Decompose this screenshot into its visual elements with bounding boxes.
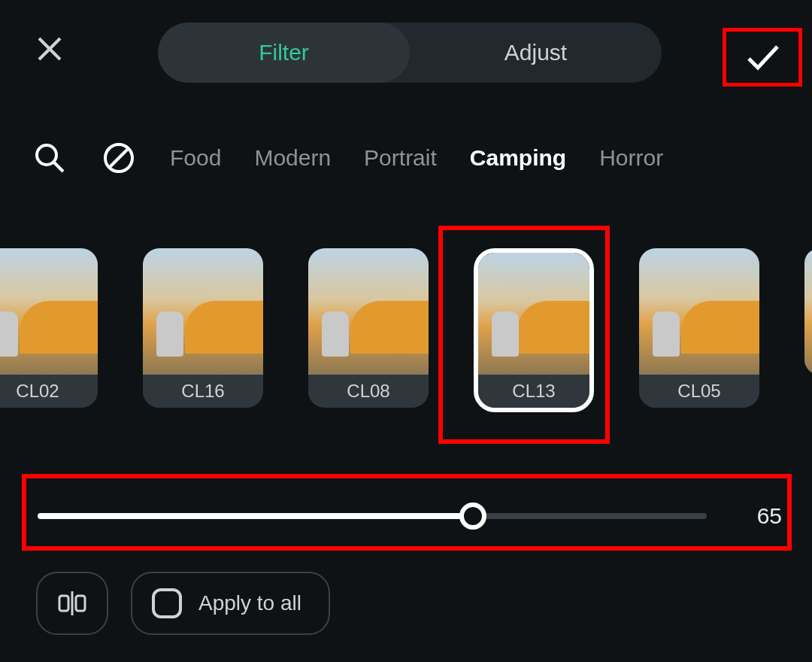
- checkbox-icon: [152, 588, 182, 618]
- filter-label: CL08: [308, 375, 429, 408]
- apply-to-all-label: Apply to all: [198, 591, 301, 615]
- filter-thumbnail-strip[interactable]: CL02 CL16 CL08 CL13 CL05: [0, 248, 812, 421]
- filter-preview-image: [143, 248, 263, 375]
- filter-preview-image: [804, 248, 812, 375]
- filter-thumb[interactable]: CL05: [639, 248, 759, 408]
- filter-preview-image: [0, 248, 98, 375]
- category-modern[interactable]: Modern: [254, 145, 331, 171]
- tab-filter[interactable]: Filter: [158, 23, 410, 83]
- filter-category-row: Food Modern Portrait Camping Horror: [0, 135, 812, 181]
- filter-label: CL05: [639, 375, 759, 408]
- filter-thumb[interactable]: CL16: [143, 248, 263, 408]
- search-button[interactable]: [32, 140, 68, 176]
- tab-adjust[interactable]: Adjust: [410, 23, 662, 83]
- close-button[interactable]: [30, 29, 69, 68]
- no-filter-icon: [102, 141, 135, 175]
- close-icon: [35, 34, 65, 64]
- filter-label: CL02: [0, 375, 98, 408]
- filter-label: CL16: [143, 375, 263, 408]
- svg-line-5: [110, 149, 128, 167]
- search-icon: [33, 141, 66, 175]
- filter-thumb[interactable]: [804, 248, 812, 375]
- mode-segmented-control: Filter Adjust: [158, 23, 662, 83]
- category-horror[interactable]: Horror: [599, 145, 663, 171]
- check-icon: [741, 36, 783, 78]
- confirm-button[interactable]: [725, 30, 800, 84]
- svg-line-3: [54, 162, 63, 172]
- svg-rect-6: [59, 596, 68, 611]
- apply-to-all-button[interactable]: Apply to all: [131, 572, 330, 635]
- bottom-actions: Apply to all: [36, 572, 330, 635]
- top-bar: Filter Adjust: [0, 15, 812, 83]
- filter-preview-image: [639, 248, 759, 375]
- category-camping[interactable]: Camping: [470, 145, 566, 171]
- filter-thumb[interactable]: CL08: [308, 248, 429, 408]
- svg-rect-7: [76, 596, 85, 611]
- filter-preview-image: [308, 248, 429, 375]
- svg-point-2: [37, 145, 56, 165]
- highlight-selected-filter: [438, 226, 610, 444]
- highlight-slider: [22, 474, 792, 551]
- compare-button[interactable]: [36, 572, 108, 635]
- no-filter-button[interactable]: [101, 140, 137, 176]
- category-food[interactable]: Food: [170, 145, 221, 171]
- filter-thumb[interactable]: CL02: [0, 248, 98, 408]
- category-portrait[interactable]: Portrait: [364, 145, 437, 171]
- compare-icon: [56, 587, 89, 620]
